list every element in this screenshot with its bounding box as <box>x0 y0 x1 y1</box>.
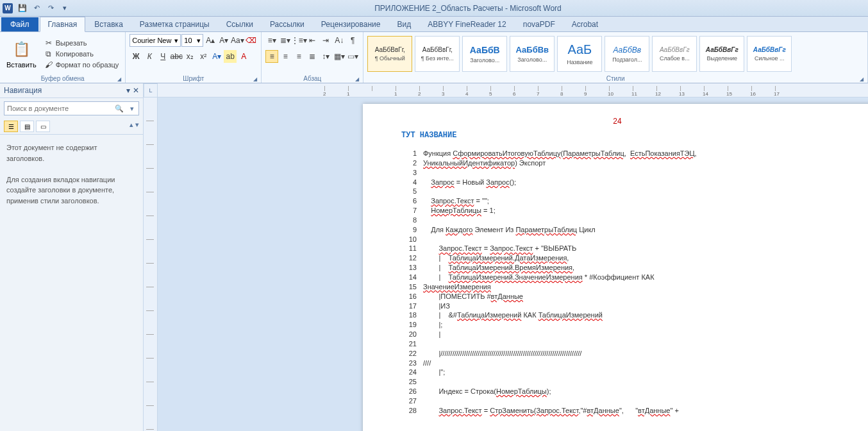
bullets-button[interactable]: ≡▾ <box>265 34 278 47</box>
line-text[interactable]: Запрос.Текст = Запрос.Текст + "ВЫБРАТЬ <box>423 244 833 253</box>
line-text[interactable]: |"; <box>423 368 833 377</box>
search-input[interactable] <box>4 105 113 112</box>
line-text[interactable]: Запрос.Текст = СтрЗаменить(Запрос.Текст,… <box>423 406 833 416</box>
line-text[interactable] <box>423 339 833 349</box>
borders-button[interactable]: ▭▾ <box>346 50 359 63</box>
line-text[interactable] <box>423 216 833 225</box>
align-left-button[interactable]: ≡ <box>265 50 278 63</box>
line-text[interactable]: Запрос = Новый Запрос(); <box>423 178 833 187</box>
tab-references[interactable]: Ссылки <box>219 17 261 31</box>
style-item[interactable]: АаБНазвание <box>557 36 602 72</box>
horizontal-ruler[interactable]: 211234567891011121314151617 <box>158 83 868 97</box>
font-launcher-icon[interactable]: ◢ <box>252 76 258 83</box>
multilevel-button[interactable]: ⋮≡▾ <box>292 34 305 47</box>
align-right-button[interactable]: ≡ <box>292 50 305 63</box>
code-line[interactable]: 20 | <box>401 330 833 339</box>
code-line[interactable]: 7 НомерТаблицы = 1; <box>401 206 833 216</box>
align-center-button[interactable]: ≡ <box>279 50 292 63</box>
clear-format-button[interactable]: ⌫ <box>244 34 257 47</box>
code-line[interactable]: 16 |ПОМЕСТИТЬ #втДанные <box>401 292 833 301</box>
code-line[interactable]: 27 <box>401 396 833 406</box>
vertical-ruler[interactable] <box>144 97 158 431</box>
line-text[interactable] <box>423 396 833 406</box>
nav-close-icon[interactable]: ✕ <box>133 86 139 95</box>
style-item[interactable]: АаБбВвГгСильное ... <box>747 36 792 72</box>
code-line[interactable]: 9 Для Каждого Элемент Из ПараметрыТаблиц… <box>401 225 833 235</box>
code-line[interactable]: 8 <box>401 216 833 225</box>
code-line[interactable]: 2УникальныйИдентификатор) Экспорт <box>401 158 833 168</box>
code-line[interactable]: 22 |////////////////////////////////////… <box>401 349 833 359</box>
line-text[interactable]: | ТаблицаИзмерений.ЗначениеИзмерения * #… <box>423 273 833 282</box>
clipboard-launcher-icon[interactable]: ◢ <box>116 76 122 83</box>
paste-button[interactable]: 📋 Вставить <box>4 38 39 70</box>
line-text[interactable]: | &#ТаблицаИзмерений КАК ТаблицаИзмерени… <box>423 310 833 320</box>
tab-acrobat[interactable]: Acrobat <box>564 17 606 31</box>
code-line[interactable]: 3 <box>401 168 833 178</box>
nav-prev-icon[interactable]: ▴ <box>129 121 133 132</box>
tab-abbyy[interactable]: ABBYY FineReader 12 <box>420 17 514 31</box>
grow-font-button[interactable]: A▴ <box>204 34 217 47</box>
line-text[interactable] <box>423 187 833 196</box>
line-text[interactable]: Запрос.Текст = ""; <box>423 196 833 206</box>
font-size-combo[interactable]: 10▾ <box>181 34 203 47</box>
line-text[interactable]: |///////////////////////////////////////… <box>423 349 833 359</box>
format-painter-button[interactable]: 🖌Формат по образцу <box>42 60 122 70</box>
line-text[interactable]: Индекс = Строка(НомерТаблицы); <box>423 387 833 396</box>
code-block[interactable]: 1Функция СформироватьИтоговуюТаблицу(Пар… <box>401 149 833 416</box>
qat-customize-icon[interactable]: ▾ <box>59 3 71 14</box>
code-line[interactable]: 10 <box>401 235 833 244</box>
font-family-combo[interactable]: Courier New▾ <box>129 34 181 47</box>
line-text[interactable]: УникальныйИдентификатор) Экспорт <box>423 158 833 168</box>
italic-button[interactable]: К <box>143 50 156 63</box>
copy-button[interactable]: ⧉Копировать <box>42 49 122 59</box>
tab-mailings[interactable]: Рассылки <box>262 17 312 31</box>
style-item[interactable]: АаБбВвГгСлабое в... <box>652 36 697 72</box>
ruler-toggle-icon[interactable]: L <box>144 83 158 97</box>
nav-pin-icon[interactable]: ▾ <box>126 86 130 95</box>
search-dropdown-icon[interactable]: ▾ <box>126 105 138 113</box>
tab-review[interactable]: Рецензирование <box>313 17 388 31</box>
bold-button[interactable]: Ж <box>129 50 142 63</box>
code-line[interactable]: 15ЗначениеИзмерения <box>401 282 833 292</box>
paragraph-launcher-icon[interactable]: ◢ <box>354 76 360 83</box>
nav-view-pages[interactable]: ▤ <box>20 121 34 132</box>
styles-launcher-icon[interactable]: ◢ <box>858 76 865 83</box>
line-text[interactable]: ЗначениеИзмерения <box>423 282 833 292</box>
line-text[interactable]: Для Каждого Элемент Из ПараметрыТаблиц Ц… <box>423 225 833 235</box>
line-text[interactable]: |ПОМЕСТИТЬ #втДанные <box>423 292 833 301</box>
line-text[interactable]: //// <box>423 359 833 368</box>
subscript-button[interactable]: x₂ <box>183 50 196 63</box>
undo-icon[interactable]: ↶ <box>31 3 42 14</box>
font-color-button[interactable]: A <box>237 50 250 63</box>
code-line[interactable]: 23//// <box>401 359 833 368</box>
line-text[interactable] <box>423 377 833 387</box>
increase-indent-button[interactable]: ⇥ <box>319 34 332 47</box>
code-line[interactable]: 5 <box>401 187 833 196</box>
save-icon[interactable]: 💾 <box>17 3 28 14</box>
line-text[interactable] <box>423 168 833 178</box>
line-text[interactable]: | ТаблицаИзмерений.ВремяИзмерения, <box>423 263 833 273</box>
nav-view-results[interactable]: ▭ <box>36 121 50 132</box>
strike-button[interactable]: abc <box>170 50 183 63</box>
tab-view[interactable]: Вид <box>389 17 419 31</box>
tab-novapdf[interactable]: novaPDF <box>515 17 563 31</box>
code-line[interactable]: 4 Запрос = Новый Запрос(); <box>401 178 833 187</box>
justify-button[interactable]: ≣ <box>306 50 319 63</box>
change-case-button[interactable]: Aa▾ <box>231 34 244 47</box>
code-line[interactable]: 24 |"; <box>401 368 833 377</box>
code-line[interactable]: 14 | ТаблицаИзмерений.ЗначениеИзмерения … <box>401 273 833 282</box>
tab-home[interactable]: Главная <box>40 17 86 32</box>
shrink-font-button[interactable]: A▾ <box>217 34 230 47</box>
superscript-button[interactable]: x² <box>197 50 210 63</box>
tab-file[interactable]: Файл <box>1 17 38 31</box>
highlight-button[interactable]: ab <box>224 50 237 63</box>
search-icon[interactable]: 🔍 <box>113 105 126 113</box>
tab-page-layout[interactable]: Разметка страницы <box>132 17 217 31</box>
page[interactable]: 24 ТУТ НАЗВАНИЕ 1Функция СформироватьИто… <box>363 104 868 431</box>
line-text[interactable]: | ТаблицаИзмерений.ДатаИзмерения, <box>423 253 833 263</box>
tab-insert[interactable]: Вставка <box>87 17 131 31</box>
underline-button[interactable]: Ч <box>156 50 169 63</box>
cut-button[interactable]: ✂Вырезать <box>42 38 122 48</box>
code-line[interactable]: 17 |ИЗ <box>401 301 833 311</box>
style-item[interactable]: АаБбВвПодзагол... <box>605 36 649 72</box>
